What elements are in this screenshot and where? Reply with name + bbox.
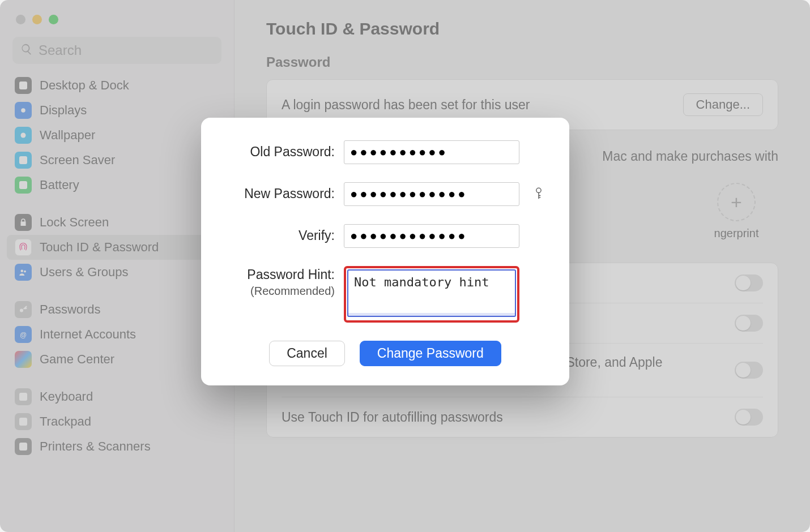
change-password-dialog: Old Password: New Password: Verify: Pass…: [201, 118, 569, 385]
password-key-icon[interactable]: [528, 186, 549, 202]
password-hint-highlight: [344, 266, 519, 323]
cancel-button[interactable]: Cancel: [269, 341, 345, 366]
password-hint-label: Password Hint: (Recommended): [221, 266, 335, 299]
old-password-input[interactable]: [344, 140, 519, 164]
password-hint-sublabel: (Recommended): [221, 284, 335, 299]
svg-point-6: [536, 188, 541, 192]
verify-password-input[interactable]: [344, 224, 519, 248]
change-password-confirm-button[interactable]: Change Password: [360, 341, 501, 366]
password-hint-input[interactable]: [347, 269, 516, 317]
verify-password-label: Verify:: [221, 227, 335, 244]
new-password-input[interactable]: [344, 182, 519, 206]
old-password-label: Old Password:: [221, 143, 335, 161]
settings-window: Desktop & Dock Displays Wallpaper Screen…: [0, 0, 810, 532]
new-password-label: New Password:: [221, 185, 335, 203]
